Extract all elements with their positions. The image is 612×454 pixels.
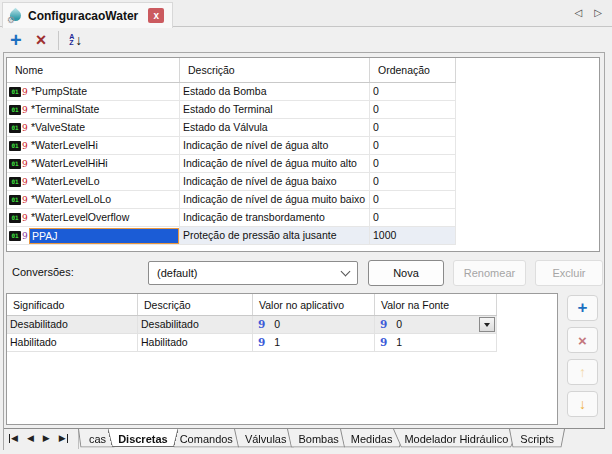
column-header-nome[interactable]: Nome [7,58,180,82]
tag-name: *TerminalState [29,102,179,118]
tag-name: *PumpState [29,84,179,100]
tag-description-cell[interactable]: Indicação de nível de água alto [180,137,370,154]
discrete-tag-icon: 01 9 [9,141,29,151]
tag-description-cell[interactable]: Indicação de nível de água baixo [180,173,370,190]
*WaterLevelLoLo[interactable]: 01 9 *WaterLevelLoLo Indicação de nível … [7,191,456,209]
tab-comandos[interactable]: Comandos [169,429,244,450]
sort-az-button[interactable]: A Z ↓ [69,32,82,48]
tag-order-cell[interactable]: 0 [370,173,456,190]
first-sheet-button[interactable]: ◀ [9,433,18,443]
description-cell[interactable]: Desabilitado [138,316,253,333]
conversions-select[interactable]: (default) [148,261,358,285]
numeric-type-icon: 9 [258,336,265,348]
tag-name: *ValveState [29,120,179,136]
meaning-cell[interactable]: Desabilitado [7,316,138,333]
tag-name: *WaterLevelLoLo [29,192,179,208]
*PumpState[interactable]: 01 9 *PumpState Estado da Bomba 0 [7,83,456,101]
discrete-tag-icon: 01 9 [9,213,29,223]
*WaterLevelOverflow[interactable]: 01 9 *WaterLevelOverflow Indicação de tr… [7,209,456,227]
dropdown-arrow-icon [484,323,490,327]
cell-dropdown-button[interactable] [479,317,495,332]
tag-order-cell[interactable]: 0 [370,191,456,208]
table-row[interactable]: Desabilitado Desabilitado 9 0 9 0 [7,316,497,334]
prev-sheet-button[interactable]: ◀ [27,433,34,443]
app-value-cell[interactable]: 9 1 [253,334,375,351]
tag-name-cell[interactable]: 01 9 *WaterLevelHiHi [7,155,180,172]
tag-order-cell[interactable]: 1000 [370,227,456,244]
move-down-button[interactable]: ↓ [567,391,598,417]
tag-order-cell[interactable]: 0 [370,209,456,226]
nova-button[interactable]: Nova [368,260,444,286]
move-up-button[interactable]: ↑ [567,359,598,385]
tab-scripts[interactable]: Scripts [509,429,565,450]
delete-value-button[interactable]: × [567,327,598,353]
tag-name-cell[interactable]: 01 9 *ValveState [7,119,180,136]
close-tab-button[interactable]: x [148,8,164,23]
description-cell[interactable]: Habilitado [138,334,253,351]
table-row[interactable]: Habilitado Habilitado 9 1 9 1 [7,334,497,352]
tag-description-cell[interactable]: Estado do Terminal [180,101,370,118]
column-header-descricao[interactable]: Descrição [138,294,253,315]
tag-name: *WaterLevelLo [29,174,179,190]
tag-order-cell[interactable]: 0 [370,101,456,118]
source-value-cell[interactable]: 9 1 [375,334,497,351]
column-header-valor-fonte[interactable]: Valor na Fonte [375,294,497,315]
tag-name-cell[interactable]: 01 9 *PumpState [7,83,180,100]
tag-description-cell[interactable]: Indicação de nível de água muito baixo [180,191,370,208]
add-value-button[interactable]: + [567,295,598,321]
sheet-nav-buttons: ◀ ◀ ▶ ▶ [9,433,68,443]
tag-name-cell[interactable]: 01 9 PPAJ [7,227,180,244]
column-header-descricao[interactable]: Descrição [180,58,370,82]
column-header-significado[interactable]: Significado [7,294,138,315]
tag-order-cell[interactable]: 0 [370,119,456,136]
tag-description-cell[interactable]: Proteção de pressão alta jusante [180,227,370,244]
tag-name-cell[interactable]: 01 9 *WaterLevelLo [7,173,180,190]
meaning-cell[interactable]: Habilitado [7,334,138,351]
column-header-valor-aplicativo[interactable]: Valor no aplicativo [253,294,375,315]
discrete-tag-icon: 01 9 [9,177,29,187]
gear-icon: ⚙ [7,15,15,25]
tab-scroll-left-icon[interactable]: ◁ [575,7,583,18]
renomear-button[interactable]: Renomear [453,260,526,286]
tag-description-cell[interactable]: Estado da Válvula [180,119,370,136]
add-tag-button[interactable]: + [10,30,22,50]
last-sheet-button[interactable]: ▶ [59,433,68,443]
tag-description-cell[interactable]: Estado da Bomba [180,83,370,100]
numeric-type-icon: 9 [258,318,265,330]
tag-name-cell[interactable]: 01 9 *WaterLevelHi [7,137,180,154]
tag-description-cell[interactable]: Indicação de nível de água muito alto [180,155,370,172]
tag-order-cell[interactable]: 0 [370,137,456,154]
tab-modelador-hidraulico[interactable]: Modelador Hidráulico [393,429,519,450]
excluir-button[interactable]: Excluir [535,260,603,286]
tag-name: *WaterLevelOverflow [29,210,179,226]
discrete-tag-icon: 01 9 [9,87,29,97]
sheet-tab-bar: ◀ ◀ ▶ ▶ cas Discretas Com [4,428,605,450]
discrete-tag-icon: 01 9 [9,231,29,241]
tab-scroll-right-icon[interactable]: ▷ [594,7,602,18]
tag-name-cell[interactable]: 01 9 *WaterLevelOverflow [7,209,180,226]
tag-order-cell[interactable]: 0 [370,155,456,172]
*WaterLevelLo[interactable]: 01 9 *WaterLevelLo Indicação de nível de… [7,173,456,191]
column-header-ordenacao[interactable]: Ordenação [370,58,456,82]
*WaterLevelHi[interactable]: 01 9 *WaterLevelHi Indicação de nível de… [7,137,456,155]
tag-order-cell[interactable]: 0 [370,83,456,100]
values-grid-body: Desabilitado Desabilitado 9 0 9 0 Habili… [7,316,557,352]
*TerminalState[interactable]: 01 9 *TerminalState Estado do Terminal 0 [7,101,456,119]
main-toolbar: + × A Z ↓ [0,28,612,52]
next-sheet-button[interactable]: ▶ [43,433,50,443]
conversions-buttons: NovaRenomearExcluir [368,260,603,286]
sort-arrow-icon: ↓ [75,32,82,48]
*WaterLevelHiHi[interactable]: 01 9 *WaterLevelHiHi Indicação de nível … [7,155,456,173]
PPAJ[interactable]: 01 9 PPAJ Proteção de pressão alta jusan… [7,227,456,245]
delete-tag-button[interactable]: × [36,30,47,50]
tab-discretas[interactable]: Discretas [107,429,179,450]
app-value-cell[interactable]: 9 0 [253,316,375,333]
source-value-cell[interactable]: 9 0 [375,316,497,333]
tag-name-cell[interactable]: 01 9 *TerminalState [7,101,180,118]
*ValveState[interactable]: 01 9 *ValveState Estado da Válvula 0 [7,119,456,137]
toolbar-separator [58,31,59,50]
document-tab-configuracaowater[interactable]: ⚙ ConfiguracaoWater x [2,2,173,28]
tags-grid: Nome Descrição Ordenação 01 9 *PumpState… [6,57,600,252]
tag-name-cell[interactable]: 01 9 *WaterLevelLoLo [7,191,180,208]
tag-description-cell[interactable]: Indicação de transbordamento [180,209,370,226]
